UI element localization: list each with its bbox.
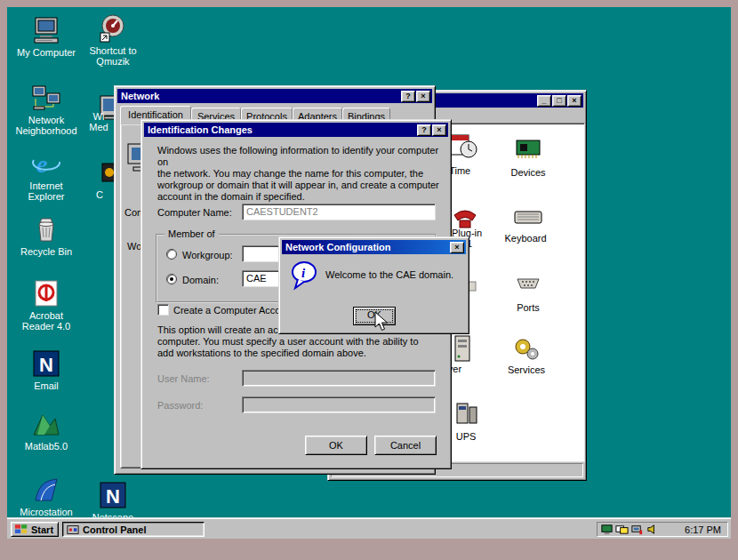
- desktop-icon-qmuzik[interactable]: Shortcut to Qmuzik: [77, 14, 148, 67]
- date-time-icon[interactable]: [449, 132, 477, 160]
- desktop-icon-label: Email: [34, 380, 59, 391]
- desktop-icon-email[interactable]: N Email: [11, 349, 82, 391]
- tray-volume-icon[interactable]: [646, 523, 659, 536]
- desktop-icon-label: My Computer: [17, 47, 76, 58]
- start-button[interactable]: Start: [11, 522, 59, 537]
- domain-value: CAE: [246, 273, 267, 284]
- keyboard-icon[interactable]: [514, 203, 542, 231]
- desktop-icon-label: Recycle Bin: [20, 246, 72, 257]
- password-label: Password:: [157, 400, 203, 412]
- minimize-button[interactable]: _: [537, 95, 551, 107]
- server-icon[interactable]: [448, 334, 477, 363]
- desktop-icon-network-neighborhood[interactable]: Network Neighborhood: [11, 84, 82, 136]
- control-panel-icon: [67, 524, 79, 536]
- services-icon[interactable]: [512, 334, 541, 363]
- network-dialog-title: Network: [121, 91, 159, 101]
- start-label: Start: [31, 524, 53, 535]
- computer-name-field: CAESTUDENT2: [242, 204, 436, 220]
- tray-clock: 6:17 PM: [685, 524, 727, 535]
- desktop-icon-microstation[interactable]: Microstation: [11, 476, 82, 517]
- devices-label: Devices: [503, 167, 553, 178]
- qmuzik-shortcut-icon: [99, 14, 127, 43]
- close-icon[interactable]: ×: [567, 95, 582, 107]
- acrobat-reader-icon: [32, 279, 60, 308]
- desktop-icon-label-partial-1: Wi Med: [85, 111, 112, 132]
- desktop-icon-label: Network Neighborhood: [15, 115, 76, 136]
- desktop-icon-label: Shortcut to Qmuzik: [89, 45, 136, 67]
- identification-changes-titlebar[interactable]: Identification Changes ? ×: [144, 123, 448, 137]
- workgroup-label: Workgroup:: [182, 250, 233, 261]
- email-icon: N: [32, 349, 60, 378]
- matlab-icon: [32, 410, 60, 438]
- domain-radio[interactable]: [166, 274, 177, 284]
- network-dialog-titlebar[interactable]: Network ? ×: [117, 89, 432, 103]
- tray-status-icon[interactable]: [615, 523, 629, 536]
- keyboard-label: Keyboard: [497, 233, 554, 244]
- msgbox-titlebar[interactable]: Network Configuration ×: [282, 240, 466, 254]
- identification-body-text: Windows uses the following information t…: [157, 145, 444, 203]
- desktop-icon-label-partial-2: C: [91, 189, 108, 200]
- close-icon[interactable]: ×: [416, 91, 430, 102]
- computer-name-label: Computer Name:: [157, 207, 232, 219]
- task-button-label: Control Panel: [83, 524, 147, 535]
- close-icon[interactable]: ×: [450, 242, 464, 253]
- desktop-icon-my-computer[interactable]: My Computer: [11, 16, 82, 58]
- desktop-icon-internet-explorer[interactable]: e Internet Explorer: [11, 149, 82, 202]
- windows-logo-icon: [14, 524, 28, 535]
- close-icon[interactable]: ×: [432, 124, 446, 136]
- help-icon[interactable]: ?: [401, 91, 415, 102]
- computer-name-value: CAESTUDENT2: [246, 206, 318, 217]
- desktop-icon-label: Internet Explorer: [28, 180, 65, 202]
- devices-icon[interactable]: [514, 133, 542, 162]
- taskbar: Start Control Panel 6:17 PM: [7, 518, 731, 539]
- member-of-legend: Member of: [164, 228, 219, 239]
- task-button-control-panel[interactable]: Control Panel: [62, 522, 205, 537]
- help-icon[interactable]: ?: [417, 124, 431, 136]
- svg-text:N: N: [39, 354, 53, 376]
- internet-explorer-icon: e: [32, 149, 60, 178]
- netscape-icon: N: [99, 481, 127, 509]
- workgroup-radio[interactable]: [166, 249, 177, 260]
- system-tray: 6:17 PM: [597, 522, 728, 537]
- ok-button[interactable]: OK: [305, 436, 367, 455]
- user-name-label: User Name:: [157, 373, 210, 385]
- svg-text:e: e: [36, 150, 47, 178]
- microstation-icon: [32, 476, 60, 504]
- domain-label: Domain:: [182, 275, 219, 286]
- user-name-field: [242, 370, 436, 387]
- tray-network-icon[interactable]: [630, 523, 644, 536]
- desktop-icon-recycle-bin[interactable]: Recycle Bin: [11, 215, 82, 257]
- desktop-icon-acrobat-reader[interactable]: Acrobat Reader 4.0: [11, 279, 82, 332]
- desktop-icon-matlab[interactable]: Matlab5.0: [11, 410, 82, 452]
- my-computer-icon: [32, 16, 60, 44]
- svg-text:N: N: [106, 485, 120, 508]
- maximize-button[interactable]: □: [552, 95, 566, 107]
- ports-icon[interactable]: [514, 268, 542, 297]
- create-account-checkbox[interactable]: [157, 304, 169, 316]
- desktop-icon-label: Matlab5.0: [25, 441, 68, 452]
- ports-label: Ports: [503, 302, 553, 313]
- password-field: [242, 396, 436, 413]
- mouse-cursor: [373, 311, 393, 332]
- screen-frame: My Computer Network Neighborhood e Inter…: [0, 0, 738, 560]
- desktop-icon-label: Microstation: [20, 507, 72, 517]
- tray-device-icon[interactable]: [600, 523, 614, 536]
- network-neighborhood-icon: [32, 84, 60, 112]
- identification-changes-title: Identification Changes: [148, 124, 253, 135]
- services-label: Services: [498, 364, 555, 375]
- info-icon: i: [290, 260, 318, 291]
- cancel-button[interactable]: Cancel: [374, 436, 437, 455]
- msgbox-message: Welcome to the CAE domain.: [325, 269, 453, 281]
- msgbox-title: Network Configuration: [285, 242, 391, 252]
- recycle-bin-icon: [32, 215, 60, 244]
- ups-icon[interactable]: [452, 398, 480, 427]
- desktop-icon-label: Acrobat Reader 4.0: [22, 310, 70, 332]
- desktop: My Computer Network Neighborhood e Inter…: [7, 7, 731, 539]
- desktop-icon-netscape[interactable]: N Netscape: [77, 481, 148, 523]
